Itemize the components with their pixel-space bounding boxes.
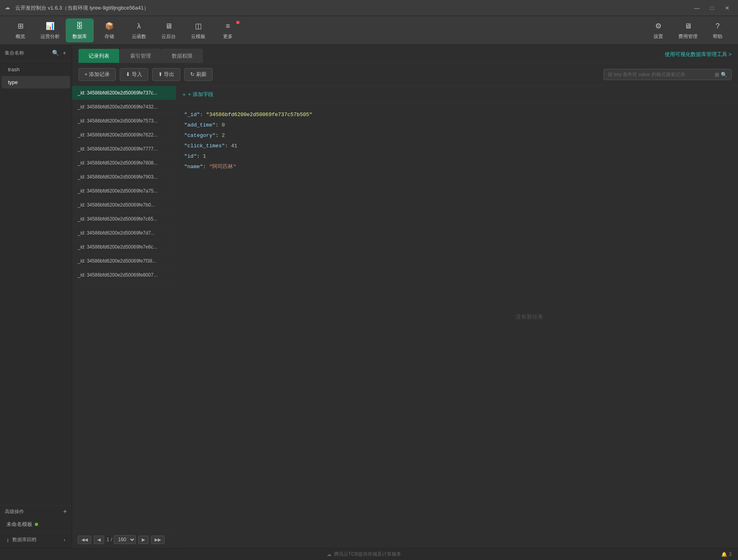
toolbar-label-templates: 云模板 — [191, 33, 205, 40]
next-page-button[interactable]: ▶ — [138, 536, 149, 544]
toolbar: ⊞ 概览 📊 运营分析 🗄 数据库 📦 存储 λ 云函数 🖥 云后台 ◫ 云模板… — [0, 16, 738, 45]
record-item[interactable]: _id: 34586bfd6200e2d50069fe7d7... — [72, 226, 176, 240]
backend-icon: 🖥 — [163, 20, 174, 32]
action-bar: + 添加记录 ⬇ 导入 ⬆ 导出 ↻ 刷新 ⊞ 🔍 — [72, 63, 738, 86]
main-layout: 集合名称 🔍 + trashtype 高级操作 + 未命名模板 ↕ 数据库回档 … — [0, 45, 738, 548]
maximize-button[interactable]: □ — [706, 4, 718, 12]
record-item[interactable]: _id: 34586bfd6200e2d50069fe7a75... — [72, 184, 176, 198]
sidebar-footer[interactable]: ↕ 数据库回档 › — [0, 531, 72, 548]
toolbar-right-label-billing: 费用管理 — [678, 33, 698, 40]
sidebar-header-title: 集合名称 — [5, 50, 51, 56]
bottom-logo: ☁ 腾讯云TCB提供存储及计算服务 — [6, 551, 721, 558]
notification-badge[interactable]: 🔔 3 — [721, 552, 732, 557]
storage-icon: 📦 — [104, 20, 115, 32]
record-item[interactable]: _id: 34586bfd6200e2d50069fe7e6c... — [72, 240, 176, 254]
first-page-button[interactable]: ◀◀ — [78, 536, 91, 544]
titlebar: ☁ 云开发控制台 v1.6.3（当前环境 lyree-9gti9jngbce56… — [0, 0, 738, 16]
toolbar-right-item-help[interactable]: ? 帮助 — [704, 18, 732, 42]
record-item[interactable]: _id: 34586bfd6200e2d50069fe7808... — [72, 156, 176, 170]
last-page-button[interactable]: ▶▶ — [151, 536, 165, 544]
sidebar-item-trash[interactable]: trash — [2, 63, 70, 76]
toolbar-label-more: 更多 — [223, 33, 233, 40]
current-page: 1 — [107, 537, 109, 542]
record-item[interactable]: _id: 34586bfd6200e2d50069fe7c65... — [72, 212, 176, 226]
toolbar-label-overview: 概览 — [16, 33, 25, 40]
sidebar-template: 未命名模板 — [0, 518, 72, 531]
toolbar-item-backend[interactable]: 🖥 云后台 — [155, 18, 183, 42]
field-key: "click_times" — [184, 143, 225, 149]
record-item[interactable]: _id: 34586bfd6200e2d50069fe7903... — [72, 170, 176, 184]
search-icon[interactable]: 🔍 — [51, 49, 60, 57]
field-value-number: 0 — [222, 122, 225, 128]
toolbar-right-label-help: 帮助 — [713, 33, 722, 40]
sidebar-header-icons: 🔍 + — [51, 49, 67, 57]
sidebar: 集合名称 🔍 + trashtype 高级操作 + 未命名模板 ↕ 数据库回档 … — [0, 45, 72, 548]
total-pages-select[interactable]: 160 — [114, 535, 136, 544]
toolbar-item-overview[interactable]: ⊞ 概览 — [6, 18, 34, 42]
add-collection-icon[interactable]: + — [62, 49, 67, 57]
app-icon: ☁ — [5, 4, 12, 12]
tab-permissions[interactable]: 数据权限 — [162, 49, 203, 63]
add-field-label: + 添加字段 — [188, 91, 213, 98]
templates-icon: ◫ — [193, 20, 204, 32]
sidebar-header: 集合名称 🔍 + — [0, 45, 72, 61]
close-button[interactable]: ✕ — [721, 4, 733, 12]
toolbar-item-storage[interactable]: 📦 存储 — [95, 18, 123, 42]
tab-records[interactable]: 记录列表 — [78, 49, 119, 63]
detail-panel: + + 添加字段 "_id": "34586bfd6200e2d50069fe7… — [176, 86, 738, 548]
overview-icon: ⊞ — [15, 20, 26, 32]
toolbar-label-backend: 云后台 — [161, 33, 176, 40]
content: 记录列表索引管理数据权限 使用可视化数据库管理工具 > + 添加记录 ⬇ 导入 … — [72, 45, 738, 548]
bottom-bar: ☁ 腾讯云TCB提供存储及计算服务 🔔 3 — [0, 548, 738, 560]
database-icon: 🗄 — [74, 20, 85, 32]
toolbar-label-analytics: 运营分析 — [40, 33, 60, 40]
record-item[interactable]: _id: 34586bfd6200e2d50069fe7b0... — [72, 198, 176, 212]
toolbar-item-more[interactable]: ≡ 更多 — [214, 18, 242, 42]
toolbar-label-functions: 云函数 — [132, 33, 146, 40]
field-value-number: 2 — [222, 132, 225, 138]
toolbar-right-item-billing[interactable]: 🖥 费用管理 — [674, 18, 702, 42]
minimize-button[interactable]: — — [691, 4, 703, 12]
field-value-id: "34586bfd6200e2d50069fe737c57b505" — [206, 112, 312, 118]
field-value-string: "阿司匹林" — [209, 164, 236, 170]
search-submit-icon[interactable]: 🔍 — [721, 72, 727, 78]
add-advanced-button[interactable]: + — [63, 508, 67, 515]
record-list: _id: 34586bfd6200e2d50069fe737c..._id: 3… — [72, 86, 176, 548]
import-button[interactable]: ⬇ 导入 — [120, 68, 148, 81]
tab-index[interactable]: 索引管理 — [120, 49, 161, 63]
toolbar-right-item-settings[interactable]: ⚙ 设置 — [644, 18, 672, 42]
record-item[interactable]: _id: 34586bfd6200e2d50069fe8007... — [72, 268, 176, 282]
record-item[interactable]: _id: 34586bfd6200e2d50069fe7432... — [72, 100, 176, 114]
sidebar-item-type[interactable]: type — [2, 76, 70, 88]
functions-icon: λ — [133, 20, 145, 32]
toolbar-item-functions[interactable]: λ 云函数 — [125, 18, 153, 42]
toolbar-item-analytics[interactable]: 📊 运营分析 — [36, 18, 64, 42]
logo-icon: ☁ — [327, 552, 332, 557]
search-icon-btn[interactable]: ⊞ — [715, 72, 719, 78]
record-items: _id: 34586bfd6200e2d50069fe737c..._id: 3… — [72, 86, 176, 531]
footer-label: 数据库回档 — [12, 536, 36, 543]
record-item[interactable]: _id: 34586bfd6200e2d50069fe737c... — [72, 86, 176, 100]
refresh-button[interactable]: ↻ 刷新 — [184, 68, 213, 81]
field-key: "_id" — [184, 112, 200, 118]
no-task-area: 没有新任务 — [320, 86, 738, 548]
toolbar-item-templates[interactable]: ◫ 云模板 — [184, 18, 212, 42]
record-item[interactable]: _id: 34586bfd6200e2d50069fe7777... — [72, 142, 176, 156]
add-record-button[interactable]: + 添加记录 — [78, 68, 116, 81]
field-key: "name" — [184, 164, 203, 170]
prev-page-button[interactable]: ◀ — [94, 536, 104, 544]
template-status-dot — [35, 523, 38, 526]
toolbar-right-label-settings: 设置 — [654, 33, 663, 40]
record-item[interactable]: _id: 34586bfd6200e2d50069fe7f38... — [72, 254, 176, 268]
toolbar-item-database[interactable]: 🗄 数据库 — [66, 18, 94, 42]
search-input[interactable] — [608, 69, 715, 80]
record-item[interactable]: _id: 34586bfd6200e2d50069fe7573... — [72, 114, 176, 128]
export-button[interactable]: ⬆ 导出 — [152, 68, 181, 81]
settings-icon: ⚙ — [653, 20, 664, 32]
record-item[interactable]: _id: 34586bfd6200e2d50069fe7622... — [72, 128, 176, 142]
db-tool-link[interactable]: 使用可视化数据库管理工具 > — [665, 51, 732, 61]
help-icon: ? — [712, 20, 723, 32]
field-value-number: 41 — [231, 143, 237, 149]
search-box: ⊞ 🔍 — [603, 69, 732, 80]
sidebar-items: trashtype — [0, 61, 72, 505]
